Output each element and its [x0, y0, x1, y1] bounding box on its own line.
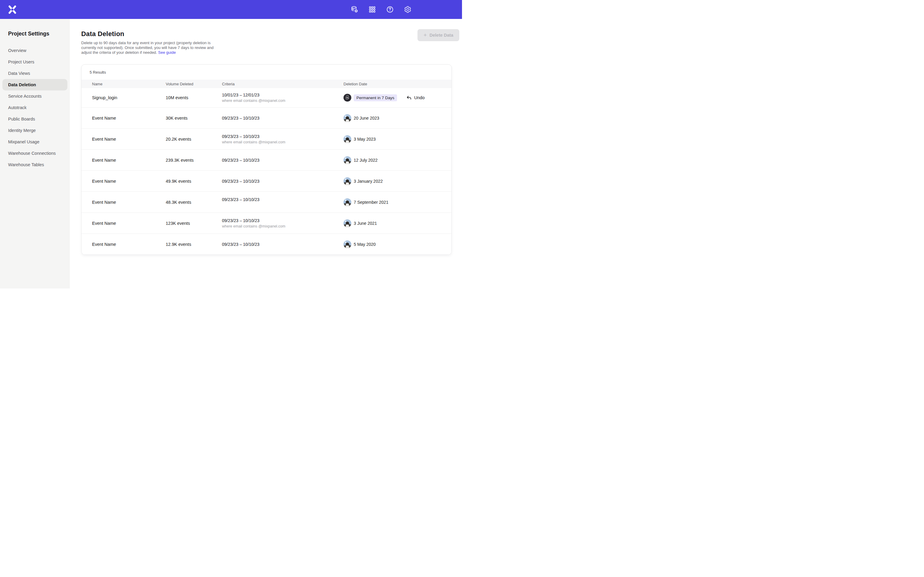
sidebar-item-warehouse-connections[interactable]: Warehouse Connections: [2, 148, 67, 159]
criteria-cell: 09/23/23 – 10/10/23: [222, 116, 344, 120]
criteria-cell: 10/01/23 – 12/01/23 where email contains…: [222, 93, 344, 103]
sidebar-item-project-users[interactable]: Project Users: [2, 56, 67, 68]
deletion-date-text: 3 June 2021: [354, 221, 377, 226]
mixpanel-logo[interactable]: [8, 5, 17, 14]
criteria-subtext: where email contains @mixpanel.com: [222, 140, 340, 144]
deletion-date-cell: 5 May 2020: [344, 240, 451, 248]
event-name-cell: Event Name: [92, 116, 166, 121]
deletion-date-text: 3 May 2023: [354, 137, 376, 142]
volume-deleted-cell: 12.9K events: [166, 242, 222, 247]
data-management-icon[interactable]: [351, 6, 358, 13]
volume-deleted-cell: 123K events: [166, 221, 222, 226]
criteria-date-range: 09/23/23 – 10/10/23: [222, 158, 340, 162]
see-guide-link[interactable]: See guide: [158, 50, 176, 55]
criteria-subtext: where email contains @mixpanel.com: [222, 99, 340, 103]
settings-gear-icon[interactable]: [404, 6, 412, 13]
table-row: Event Name 20.2K events 09/23/23 – 10/10…: [81, 128, 451, 149]
user-avatar: [344, 114, 351, 122]
volume-deleted-cell: 30K events: [166, 116, 222, 121]
main-content: Data Deletion Delete up to 90 days data …: [70, 19, 462, 288]
data-deletion-table-card: 5 Results Name Volume Deleted Criteria D…: [81, 64, 452, 255]
criteria-cell: 09/23/23 – 10/10/23: [222, 179, 344, 183]
criteria-date-range: 09/23/23 – 10/10/23: [222, 219, 340, 223]
sidebar-item-warehouse-tables[interactable]: Warehouse Tables: [2, 159, 67, 171]
undo-icon: [406, 95, 412, 101]
criteria-cell: 09/23/23 – 10/10/23 where email contains…: [222, 134, 344, 144]
sidebar-item-data-deletion[interactable]: Data Deletion: [2, 79, 67, 90]
volume-deleted-cell: 10M events: [166, 95, 222, 100]
volume-deleted-cell: 239.3K events: [166, 158, 222, 163]
criteria-cell: 09/23/23 – 10/10/23: [222, 197, 344, 207]
help-icon[interactable]: [386, 6, 394, 13]
undo-button[interactable]: Undo: [406, 95, 425, 101]
user-avatar-sketch: [344, 94, 351, 102]
permanent-status-badge: Permanent in 7 Days: [354, 94, 397, 101]
event-name-cell: Event Name: [92, 158, 166, 163]
criteria-date-range: 10/01/23 – 12/01/23: [222, 93, 340, 97]
undo-label: Undo: [414, 95, 425, 100]
event-name-cell: Event Name: [92, 200, 166, 205]
deletion-date-cell: 3 January 2022: [344, 177, 451, 185]
results-count: 5 Results: [81, 64, 451, 80]
deletion-date-cell: 3 June 2021: [344, 219, 451, 227]
sidebar-item-overview[interactable]: Overview: [2, 45, 67, 56]
user-avatar: [344, 240, 351, 248]
table-row: Event Name 30K events 09/23/23 – 10/10/2…: [81, 107, 451, 128]
table-row: Signup_login 10M events 10/01/23 – 12/01…: [81, 88, 451, 107]
volume-deleted-cell: 48.3K events: [166, 200, 222, 205]
volume-deleted-cell: 20.2K events: [166, 137, 222, 142]
deletion-date-cell: 12 July 2022: [344, 156, 451, 164]
table-row: Event Name 123K events 09/23/23 – 10/10/…: [81, 213, 451, 234]
sidebar: Project Settings OverviewProject UsersDa…: [0, 19, 70, 288]
top-nav: [0, 0, 462, 19]
event-name-cell: Event Name: [92, 179, 166, 184]
event-name-cell: Event Name: [92, 221, 166, 226]
page-header: Data Deletion Delete up to 90 days data …: [70, 19, 462, 55]
deletion-date-cell: 7 September 2021: [344, 198, 451, 206]
criteria-subtext: where email contains @mixpanel.com: [222, 224, 340, 228]
criteria-date-range: 09/23/23 – 10/10/23: [222, 197, 340, 201]
sidebar-item-public-boards[interactable]: Public Boards: [2, 113, 67, 125]
table-row: Event Name 239.3K events 09/23/23 – 10/1…: [81, 149, 451, 171]
user-avatar: [344, 135, 351, 143]
column-header-deletion-date: Deletion Date: [344, 82, 451, 86]
topbar-icon-group: [351, 6, 412, 13]
page-title: Data Deletion: [81, 30, 462, 38]
table-header-row: Name Volume Deleted Criteria Deletion Da…: [81, 80, 451, 88]
sidebar-heading: Project Settings: [8, 31, 70, 37]
event-name-cell: Signup_login: [92, 95, 166, 100]
sidebar-item-mixpanel-usage[interactable]: Mixpanel Usage: [2, 136, 67, 148]
sidebar-item-identity-merge[interactable]: Identity Merge: [2, 125, 67, 136]
table-body: Signup_login 10M events 10/01/23 – 12/01…: [81, 88, 451, 255]
delete-data-button-label: Delete Data: [430, 33, 453, 37]
criteria-cell: 09/23/23 – 10/10/23: [222, 158, 344, 162]
deletion-date-cell: Permanent in 7 DaysUndo: [344, 94, 451, 102]
table-row: Event Name 12.9K events 09/23/23 – 10/10…: [81, 234, 451, 255]
delete-data-button[interactable]: + Delete Data: [417, 29, 459, 41]
volume-deleted-cell: 49.9K events: [166, 179, 222, 184]
sidebar-item-data-views[interactable]: Data Views: [2, 68, 67, 79]
criteria-date-range: 09/23/23 – 10/10/23: [222, 179, 340, 183]
user-avatar: [344, 219, 351, 227]
user-avatar: [344, 156, 351, 164]
deletion-date-text: 5 May 2020: [354, 242, 376, 247]
page-description-text: Delete up to 90 days data for any event …: [81, 40, 213, 55]
plus-icon: +: [423, 32, 427, 38]
event-name-cell: Event Name: [92, 137, 166, 142]
column-header-name: Name: [92, 82, 166, 86]
criteria-cell: 09/23/23 – 10/10/23: [222, 242, 344, 247]
user-avatar: [344, 177, 351, 185]
apps-grid-icon[interactable]: [368, 6, 376, 13]
table-row: Event Name 48.3K events 09/23/23 – 10/10…: [81, 192, 451, 213]
deletion-date-text: 12 July 2022: [354, 158, 378, 163]
page-description: Delete up to 90 days data for any event …: [81, 40, 219, 55]
deletion-date-cell: 3 May 2023: [344, 135, 451, 143]
sidebar-item-service-accounts[interactable]: Service Accounts: [2, 90, 67, 102]
table-row: Event Name 49.9K events 09/23/23 – 10/10…: [81, 171, 451, 192]
criteria-date-range: 09/23/23 – 10/10/23: [222, 116, 340, 120]
deletion-date-text: 20 June 2023: [354, 116, 379, 121]
event-name-cell: Event Name: [92, 242, 166, 247]
deletion-date-text: 3 January 2022: [354, 179, 383, 184]
sidebar-item-autotrack[interactable]: Autotrack: [2, 102, 67, 113]
criteria-cell: 09/23/23 – 10/10/23 where email contains…: [222, 219, 344, 228]
